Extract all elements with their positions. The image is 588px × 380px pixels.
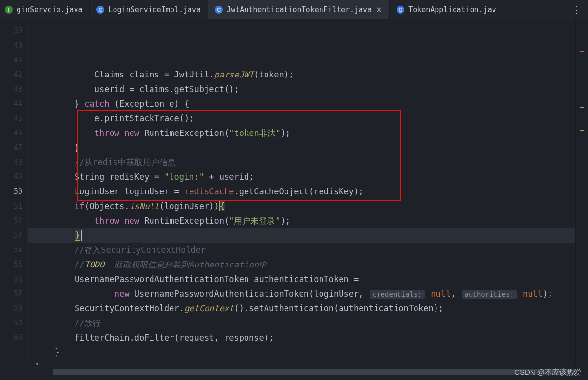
- editor-tab[interactable]: I ginServcie.java: [0, 0, 90, 19]
- line-number: 53: [0, 228, 22, 243]
- text-caret: [81, 230, 82, 241]
- line-number: 41: [0, 53, 22, 67]
- line-number: 47: [0, 140, 22, 155]
- line-number: 43: [0, 82, 22, 96]
- code-area[interactable]: Claims claims = JwtUtil.parseJWT(token);…: [28, 19, 576, 365]
- line-number: 60: [0, 330, 22, 345]
- tab-label: ginServcie.java: [17, 5, 82, 14]
- class-file-icon: C: [397, 6, 404, 14]
- scrollbar-thumb[interactable]: [53, 369, 576, 375]
- line-number: 52: [0, 213, 22, 228]
- editor-tab[interactable]: C TokenApplication.jav: [390, 0, 503, 19]
- editor-tab-bar: I ginServcie.java C LoginServiceImpl.jav…: [0, 0, 588, 20]
- line-number: 59: [0, 316, 22, 330]
- code-editor[interactable]: 3940414243444546474849505152535455565758…: [0, 19, 576, 365]
- code-line[interactable]: //TODO 获取权限信息封装到Authentication中: [28, 257, 576, 272]
- tab-label: LoginServiceImpl.java: [108, 5, 201, 14]
- tab-label: JwtAuthenticationTokenFilter.java: [227, 5, 372, 14]
- code-line[interactable]: new UsernamePasswordAuthenticationToken(…: [28, 286, 576, 301]
- code-line[interactable]: }: [28, 360, 576, 365]
- line-number: 39: [0, 23, 22, 38]
- line-number: 42: [0, 67, 22, 82]
- code-line[interactable]: }: [28, 228, 576, 243]
- code-line[interactable]: } catch (Exception e) {: [28, 96, 576, 111]
- line-number: 49: [0, 170, 22, 184]
- code-line[interactable]: filterChain.doFilter(request, response);: [28, 330, 576, 345]
- line-number: 51: [0, 199, 22, 213]
- code-line[interactable]: userid = claims.getSubject();: [28, 82, 576, 96]
- line-number: 46: [0, 126, 22, 140]
- editor-tab[interactable]: C LoginServiceImpl.java: [90, 0, 208, 19]
- warning-mark[interactable]: [580, 130, 584, 131]
- code-line[interactable]: //存入SecurityContextHolder: [28, 243, 576, 257]
- code-line[interactable]: SecurityContextHolder.getContext().setAu…: [28, 301, 576, 316]
- class-file-icon: C: [96, 6, 104, 14]
- code-line[interactable]: UsernamePasswordAuthenticationToken auth…: [28, 272, 576, 286]
- line-number: 55: [0, 257, 22, 272]
- line-number: 50: [0, 184, 22, 199]
- class-file-icon: C: [215, 6, 223, 14]
- line-number: 48: [0, 155, 22, 170]
- line-number: 45: [0, 111, 22, 126]
- interface-file-icon: I: [5, 6, 13, 14]
- error-stripe[interactable]: [575, 19, 588, 365]
- highlight-box: [77, 110, 401, 201]
- tab-label: TokenApplication.jav: [408, 5, 496, 14]
- watermark: CSDN @不应该热爱: [514, 368, 581, 377]
- warning-mark[interactable]: [580, 107, 584, 108]
- line-number: 44: [0, 96, 22, 111]
- line-number-gutter: 3940414243444546474849505152535455565758…: [0, 19, 28, 365]
- horizontal-scrollbar[interactable]: [22, 369, 576, 375]
- tab-overflow-button[interactable]: ⋮: [566, 0, 588, 19]
- code-line[interactable]: throw new RuntimeException("用户未登录");: [28, 213, 576, 228]
- line-number: 40: [0, 38, 22, 53]
- close-icon[interactable]: [376, 6, 382, 13]
- line-number: 57: [0, 286, 22, 301]
- editor-tab-active[interactable]: C JwtAuthenticationTokenFilter.java: [208, 0, 390, 19]
- error-mark[interactable]: [580, 51, 584, 52]
- code-line[interactable]: //放行: [28, 316, 576, 330]
- code-line[interactable]: }: [28, 345, 576, 360]
- code-line[interactable]: Claims claims = JwtUtil.parseJWT(token);: [28, 67, 576, 82]
- line-number: 56: [0, 272, 22, 286]
- line-number: 58: [0, 301, 22, 316]
- line-number: 54: [0, 243, 22, 257]
